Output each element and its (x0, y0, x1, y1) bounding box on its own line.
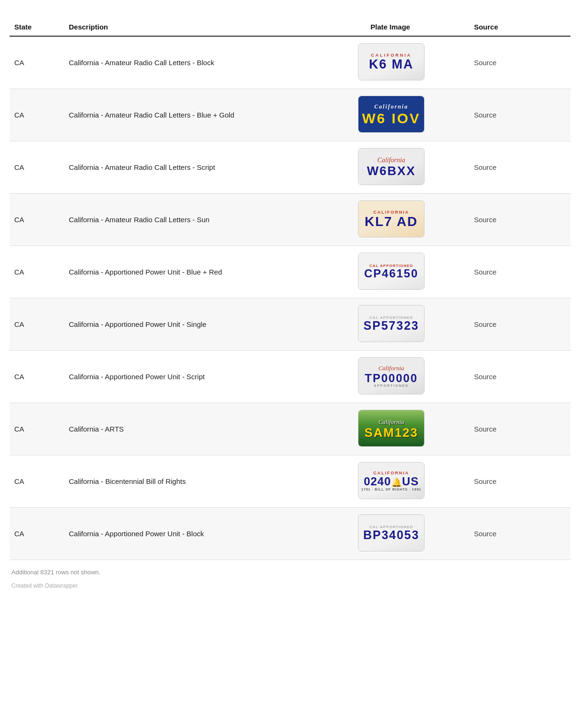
cell-plate-image: CAL APPORTIONED SP57323 (313, 298, 469, 351)
footer-brand: Created with Datawrapper (10, 582, 570, 589)
cell-plate-image: CALIFORNIA K6 MA (313, 36, 469, 89)
cell-source[interactable]: Source (469, 246, 570, 298)
cell-plate-image: California TP00000 APPORTIONED (313, 351, 469, 403)
cell-state: CA (10, 141, 64, 194)
cell-plate-image: CALIFORNIA KL7 AD (313, 194, 469, 246)
source-link[interactable]: Source (474, 425, 497, 433)
table-row: CA California - Amateur Radio Call Lette… (10, 89, 570, 141)
table-row: CA California - Bicentennial Bill of Rig… (10, 455, 570, 508)
cell-state: CA (10, 89, 64, 141)
source-link[interactable]: Source (474, 216, 497, 224)
source-link[interactable]: Source (474, 163, 497, 171)
cell-source[interactable]: Source (469, 455, 570, 508)
col-header-source: Source (469, 18, 570, 36)
table-header-row: State Description Plate Image Source (10, 18, 570, 36)
cell-plate-image: CALIFORNIA 0240🔔US 1791 · BILL OF RIGHTS… (313, 455, 469, 508)
cell-source[interactable]: Source (469, 36, 570, 89)
cell-source[interactable]: Source (469, 298, 570, 351)
table-row: CA California - Amateur Radio Call Lette… (10, 141, 570, 194)
source-link[interactable]: Source (474, 530, 497, 538)
cell-plate-image: CAL APPORTIONED BP34053 (313, 508, 469, 560)
cell-description: California - Apportioned Power Unit - Bl… (64, 246, 313, 298)
table-row: CA California - Apportioned Power Unit -… (10, 298, 570, 351)
source-link[interactable]: Source (474, 477, 497, 485)
table-row: CA California - Apportioned Power Unit -… (10, 351, 570, 403)
table-row: CA California - ARTS California SAM123 S… (10, 403, 570, 455)
cell-state: CA (10, 36, 64, 89)
cell-description: California - Apportioned Power Unit - Sc… (64, 351, 313, 403)
col-header-state: State (10, 18, 64, 36)
source-link[interactable]: Source (474, 373, 497, 381)
table-row: CA California - Amateur Radio Call Lette… (10, 36, 570, 89)
cell-description: California - Bicentennial Bill of Rights (64, 455, 313, 508)
cell-source[interactable]: Source (469, 508, 570, 560)
cell-description: California - Amateur Radio Call Letters … (64, 194, 313, 246)
cell-plate-image: California SAM123 (313, 403, 469, 455)
cell-state: CA (10, 455, 64, 508)
cell-plate-image: California W6BXX (313, 141, 469, 194)
table-row: CA California - Apportioned Power Unit -… (10, 508, 570, 560)
cell-description: California - Amateur Radio Call Letters … (64, 141, 313, 194)
footer-note: Additional 8321 rows not shown. (10, 569, 570, 576)
cell-source[interactable]: Source (469, 89, 570, 141)
source-link[interactable]: Source (474, 59, 497, 67)
cell-source[interactable]: Source (469, 141, 570, 194)
col-header-plate: Plate Image (313, 18, 469, 36)
cell-state: CA (10, 508, 64, 560)
cell-state: CA (10, 246, 64, 298)
source-link[interactable]: Source (474, 111, 497, 119)
table-row: CA California - Amateur Radio Call Lette… (10, 194, 570, 246)
cell-description: California - Apportioned Power Unit - Si… (64, 298, 313, 351)
cell-state: CA (10, 194, 64, 246)
license-plate-table: State Description Plate Image Source CA … (10, 18, 570, 560)
cell-description: California - ARTS (64, 403, 313, 455)
cell-source[interactable]: Source (469, 403, 570, 455)
cell-source[interactable]: Source (469, 194, 570, 246)
cell-state: CA (10, 351, 64, 403)
cell-description: California - Apportioned Power Unit - Bl… (64, 508, 313, 560)
col-header-description: Description (64, 18, 313, 36)
cell-description: California - Amateur Radio Call Letters … (64, 36, 313, 89)
table-row: CA California - Apportioned Power Unit -… (10, 246, 570, 298)
source-link[interactable]: Source (474, 268, 497, 276)
cell-state: CA (10, 403, 64, 455)
cell-plate-image: CAL APPORTIONED CP46150 (313, 246, 469, 298)
cell-state: CA (10, 298, 64, 351)
cell-plate-image: California W6 IOV (313, 89, 469, 141)
cell-description: California - Amateur Radio Call Letters … (64, 89, 313, 141)
source-link[interactable]: Source (474, 320, 497, 328)
cell-source[interactable]: Source (469, 351, 570, 403)
